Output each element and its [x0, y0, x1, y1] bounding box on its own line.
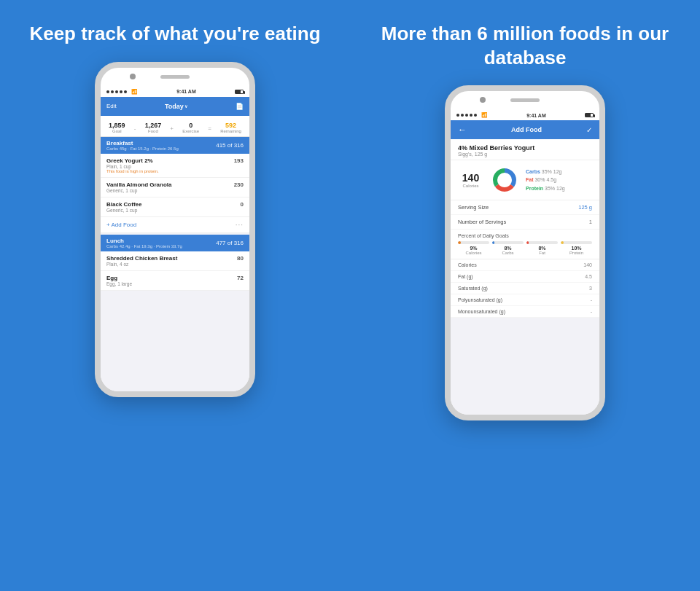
calories-number: 140 — [458, 172, 483, 184]
lunch-header: Lunch Carbs 42.4g · Fat 19.3g · Protein … — [101, 235, 249, 251]
nutrient-monounsaturated: Monounsaturated (g) - — [451, 306, 599, 318]
left-panel: Keep track of what you're eating 📶 9:41 … — [0, 0, 350, 591]
left-panel-title: Keep track of what you're eating — [29, 22, 320, 46]
nutrient-fat: Fat (g) 4.5 — [451, 271, 599, 283]
daily-goals-section: Percent of Daily Goals 9% Calories 8% — [451, 230, 599, 259]
num-servings-row[interactable]: Number of Servings 1 — [451, 215, 599, 230]
goal-item: 1,859 Goal — [109, 122, 125, 133]
breakfast-header: Breakfast Carbs 45g · Fat 15.2g · Protei… — [101, 137, 249, 154]
status-time: 9:41 AM — [176, 89, 196, 94]
nav-title: Today ∨ — [165, 103, 187, 110]
num-servings-label: Number of Servings — [458, 219, 506, 225]
food-item: 1,267 Food — [145, 122, 162, 133]
food-detail-header: 4% Mixed Berries Yogurt Sigg's, 125 g — [451, 139, 599, 160]
protein-bar — [561, 241, 564, 244]
carbs-label: Carbs 35% 12g — [526, 168, 565, 176]
exercise-label: Exercise — [182, 129, 199, 133]
food-granola[interactable]: Vanilla Almond Granola Generic, 1 cup 23… — [101, 178, 249, 197]
serving-size-value: 125 g — [578, 204, 592, 211]
protein-progress: 10% Protein — [561, 241, 592, 255]
diary-icon[interactable]: 📄 — [236, 103, 244, 110]
remaining-value: 592 — [220, 122, 241, 129]
calorie-summary: 1,859 Goal - 1,267 Food + 0 Exercise = 5… — [101, 116, 249, 137]
fat-progress: 8% Fat — [526, 241, 558, 255]
right-wifi-icon: 📶 — [481, 112, 488, 118]
carbs-progress: 8% Carbs — [492, 241, 524, 255]
battery-icon — [235, 90, 244, 94]
right-signal-dots: 📶 — [456, 112, 488, 118]
macro-labels: Carbs 35% 12g Fat 30% 4.5g Protein — [526, 168, 565, 192]
lunch-calories: 477 of 316 — [216, 240, 244, 246]
lunch-sub: Carbs 42.4g · Fat 19.3g · Protein 33.7g — [106, 244, 182, 248]
screen-title: Add Food — [511, 126, 542, 133]
food-greek-yogurt[interactable]: Greek Yogurt 2% Plain, 1 cup This food i… — [101, 154, 249, 178]
nutrient-saturated: Saturated (g) 3 — [451, 283, 599, 294]
food-label: Food — [145, 129, 162, 133]
remaining-item: 592 Remaining — [220, 122, 241, 133]
right-panel: More than 6 million foods in our databas… — [350, 0, 700, 591]
phone-camera — [130, 74, 136, 79]
exercise-value: 0 — [182, 122, 199, 129]
equals-op: = — [206, 125, 213, 132]
signal-dots: 📶 — [106, 89, 138, 95]
phone-speaker — [160, 75, 190, 79]
left-nav-bar: Edit Today ∨ 📄 — [101, 97, 249, 116]
food-egg[interactable]: Egg Egg, 1 large 72 — [101, 271, 249, 291]
serving-size-label: Serving Size — [458, 204, 489, 211]
goal-label: Goal — [109, 129, 125, 133]
fat-bar — [526, 241, 529, 244]
lunch-name: Lunch — [106, 238, 182, 244]
food-detail-brand: Sigg's, 125 g — [458, 152, 592, 157]
more-dots[interactable]: ··· — [236, 221, 244, 229]
back-button[interactable]: ← — [458, 125, 467, 135]
right-phone-camera — [480, 97, 486, 103]
breakfast-calories: 415 of 316 — [216, 142, 244, 149]
progress-bars: 9% Calories 8% Carbs 8% — [458, 241, 592, 255]
left-phone-screen: 📶 9:41 AM Edit Today ∨ 📄 — [101, 87, 249, 391]
plus-op: + — [168, 125, 175, 132]
right-phone-speaker — [510, 98, 540, 102]
right-status-time: 9:41 AM — [526, 113, 546, 118]
right-status-bar: 📶 9:41 AM — [451, 110, 599, 120]
calories-block: 140 Calories — [458, 172, 483, 188]
breakfast-add-food[interactable]: + Add Food ··· — [101, 217, 249, 233]
wifi-icon: 📶 — [131, 89, 138, 95]
right-battery-icon — [585, 113, 594, 117]
right-phone-screen: 📶 9:41 AM ← Add Food ✓ 4% Mixed Berries … — [451, 110, 599, 415]
num-servings-value: 1 — [589, 219, 592, 225]
right-phone-mockup: 📶 9:41 AM ← Add Food ✓ 4% Mixed Berries … — [445, 85, 605, 420]
calories-bar — [458, 241, 461, 244]
calories-progress: 9% Calories — [458, 241, 489, 255]
breakfast-sub: Carbs 45g · Fat 15.2g · Protein 26.5g — [106, 146, 179, 151]
right-panel-title: More than 6 million foods in our databas… — [365, 22, 685, 69]
daily-goals-title: Percent of Daily Goals — [458, 233, 592, 238]
nutrition-overview: 140 Calories — [451, 160, 599, 200]
add-food-nav: ← Add Food ✓ — [451, 120, 599, 139]
food-detail-name: 4% Mixed Berries Yogurt — [458, 144, 592, 152]
macro-donut-chart — [489, 165, 520, 195]
food-chicken[interactable]: Shredded Chicken Breast Plain, 4 oz 80 — [101, 251, 249, 271]
exercise-item: 0 Exercise — [182, 122, 199, 133]
breakfast-name: Breakfast — [106, 140, 179, 146]
checkmark-button[interactable]: ✓ — [586, 126, 592, 134]
nutrient-polyunsaturated: Polyunsaturated (g) - — [451, 294, 599, 306]
minus-op: - — [133, 125, 138, 132]
goal-value: 1,859 — [109, 122, 125, 129]
fat-label: Fat 30% 4.5g — [526, 176, 565, 184]
remaining-label: Remaining — [220, 129, 241, 133]
status-bar: 📶 9:41 AM — [101, 87, 249, 97]
calories-label: Calories — [458, 184, 483, 188]
nutrient-calories: Calories 140 — [451, 259, 599, 271]
carbs-bar — [492, 241, 494, 244]
protein-label: Protein 35% 12g — [526, 184, 565, 192]
food-value: 1,267 — [145, 122, 162, 129]
serving-size-row[interactable]: Serving Size 125 g — [451, 200, 599, 215]
edit-button[interactable]: Edit — [106, 103, 117, 109]
left-phone-mockup: 📶 9:41 AM Edit Today ∨ 📄 — [95, 62, 255, 397]
food-black-coffee[interactable]: Black Coffee Generic, 1 cup 0 — [101, 197, 249, 217]
